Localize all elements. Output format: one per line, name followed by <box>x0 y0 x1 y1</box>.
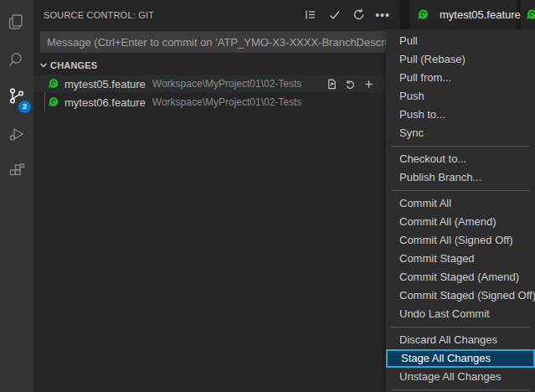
changes-list: mytest05.feature Workspace\MyProject01\0… <box>33 75 400 111</box>
menu-item-push[interactable]: Push <box>386 87 535 106</box>
git-context-menu: PullPull (Rebase)Pull from...PushPush to… <box>386 29 535 392</box>
row-actions <box>326 75 375 93</box>
commit-message-input[interactable] <box>40 31 394 53</box>
vscode-window: 2 SOURCE CONT <box>0 0 535 392</box>
menu-item-stage-all-changes[interactable]: Stage All Changes <box>386 349 535 368</box>
sidebar-title: SOURCE CONTROL: GIT <box>44 10 154 20</box>
menu-separator <box>391 146 530 147</box>
activity-item-explorer[interactable] <box>0 7 33 40</box>
file-path: Workspace\MyProject01\02-Tests <box>152 96 302 108</box>
chevron-down-icon <box>37 59 50 72</box>
change-row-mytest05-feature[interactable]: mytest05.feature Workspace\MyProject01\0… <box>33 75 400 93</box>
menu-item-undo-last-commit[interactable]: Undo Last Commit <box>386 305 535 323</box>
change-row-mytest06-feature[interactable]: mytest06.feature Workspace\MyProject01\0… <box>33 93 400 111</box>
menu-separator <box>391 190 530 191</box>
activity-item-run-debug[interactable] <box>0 119 33 152</box>
feature-file-icon <box>417 8 430 21</box>
menu-item-unstage-all-changes[interactable]: Unstage All Changes <box>386 368 535 386</box>
activity-item-search[interactable] <box>0 44 33 78</box>
view-as-tree-icon[interactable] <box>302 8 317 23</box>
sidebar-title-bar: SOURCE CONTROL: GIT <box>33 0 400 29</box>
menu-item-publish-branch[interactable]: Publish Branch... <box>386 168 535 187</box>
file-path: Workspace\MyProject01\02-Tests <box>152 78 302 90</box>
tab-partial[interactable] <box>521 0 535 29</box>
feature-file-icon <box>48 78 59 90</box>
menu-item-pull-from[interactable]: Pull from... <box>386 69 535 87</box>
menu-item-pull-rebase[interactable]: Pull (Rebase) <box>386 50 535 69</box>
menu-item-pull[interactable]: Pull <box>386 32 535 50</box>
tab-label: mytest05.feature <box>440 8 521 21</box>
menu-item-commit-staged-amend[interactable]: Commit Staged (Amend) <box>386 268 535 286</box>
more-actions-icon[interactable]: ••• <box>375 8 390 23</box>
menu-separator <box>391 327 530 328</box>
activity-item-source-control[interactable]: 2 <box>0 81 33 115</box>
feature-file-icon <box>48 96 59 108</box>
menu-item-commit-staged[interactable]: Commit Staged <box>386 250 535 268</box>
activity-bar: 2 <box>0 0 33 392</box>
search-icon <box>7 49 27 73</box>
run-debug-icon <box>7 124 27 147</box>
tab-mytest05-feature[interactable]: mytest05.feature <box>410 0 517 29</box>
activity-item-extensions[interactable] <box>0 156 33 189</box>
stage-changes-icon[interactable] <box>363 78 375 90</box>
feature-file-icon <box>526 8 535 21</box>
explorer-icon <box>7 12 27 35</box>
refresh-icon[interactable] <box>351 8 366 23</box>
source-control-sidebar: SOURCE CONTROL: GIT <box>33 0 400 392</box>
changes-section-label: CHANGES <box>50 60 97 70</box>
file-name: mytest06.feature <box>64 96 146 109</box>
commit-check-icon[interactable] <box>327 8 342 23</box>
open-file-icon[interactable] <box>326 78 338 90</box>
file-name: mytest05.feature <box>64 78 146 90</box>
menu-item-checkout-to[interactable]: Checkout to... <box>386 150 535 168</box>
menu-item-commit-all-amend[interactable]: Commit All (Amend) <box>386 213 535 231</box>
menu-separator <box>391 389 530 390</box>
menu-item-sync[interactable]: Sync <box>386 124 535 142</box>
sidebar-toolbar: ••• <box>302 8 394 23</box>
discard-changes-icon[interactable] <box>344 78 357 90</box>
menu-item-commit-all-signed-off[interactable]: Commit All (Signed Off) <box>386 231 535 250</box>
menu-item-commit-all[interactable]: Commit All <box>386 194 535 213</box>
menu-item-commit-staged-signed-off[interactable]: Commit Staged (Signed Off) <box>386 286 535 305</box>
extensions-icon <box>7 161 27 184</box>
changes-section-header[interactable]: CHANGES <box>33 56 400 75</box>
menu-item-push-to[interactable]: Push to... <box>386 106 535 124</box>
scm-badge: 2 <box>18 101 31 113</box>
menu-item-discard-all-changes[interactable]: Discard All Changes <box>386 331 535 349</box>
